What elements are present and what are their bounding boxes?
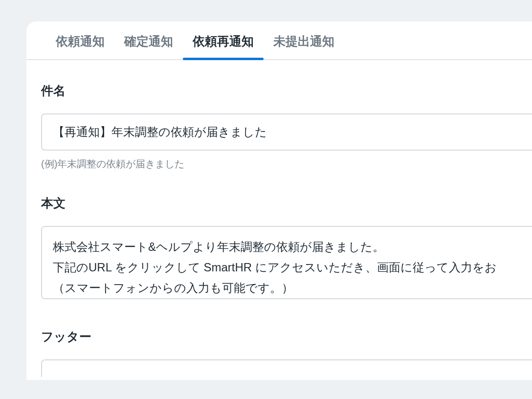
tab-request-notification[interactable]: 依頼通知 <box>46 33 114 59</box>
body-textarea[interactable] <box>41 226 532 299</box>
settings-card: 依頼通知 確定通知 依頼再通知 未提出通知 件名 (例)年末調整の依頼が届きまし… <box>26 22 532 380</box>
subject-label: 件名 <box>41 83 532 99</box>
tabs-bar: 依頼通知 確定通知 依頼再通知 未提出通知 <box>26 22 532 60</box>
footer-label: フッター <box>41 329 532 345</box>
subject-hint: (例)年末調整の依頼が届きました <box>41 157 532 171</box>
tab-confirm-notification[interactable]: 確定通知 <box>114 33 183 59</box>
form-content: 件名 (例)年末調整の依頼が届きました 本文 フッター <box>26 60 532 380</box>
tab-unsubmitted-notification[interactable]: 未提出通知 <box>264 33 344 59</box>
tab-re-request-notification[interactable]: 依頼再通知 <box>183 33 264 59</box>
subject-input[interactable] <box>41 113 532 151</box>
body-label: 本文 <box>41 195 532 211</box>
footer-input[interactable] <box>41 359 532 377</box>
